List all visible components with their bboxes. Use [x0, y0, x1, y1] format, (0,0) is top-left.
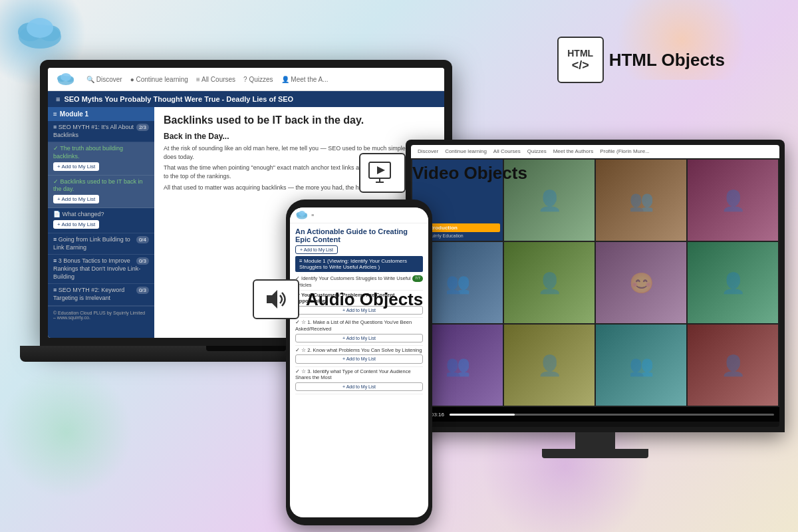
sidebar-badge-myth2: 0/3	[136, 287, 149, 294]
monitor-stand-base	[542, 449, 648, 458]
phone-screen: ≡ An Actionable Guide to Creating Epic C…	[290, 207, 428, 517]
phone-add-lesson3[interactable]: + Add to My List	[295, 354, 423, 363]
html-icon: HTML </>	[557, 37, 604, 83]
nav-courses[interactable]: ≡ All Courses	[196, 76, 235, 83]
sidebar-footer: © Education Cloud PLUS by Squirrly Limit…	[48, 306, 154, 324]
audio-objects-badge: Audio Objects	[253, 279, 423, 319]
monitor-nav-profile[interactable]: Profile (Florin Mure...	[600, 148, 650, 154]
video-cell-3[interactable]: 👥	[596, 160, 686, 241]
sidebar-item-backlinks[interactable]: ✓ Backlinks used to be IT back in the da…	[48, 176, 154, 208]
phone-body: ≡ An Actionable Guide to Creating Epic C…	[286, 200, 432, 525]
laptop-logo	[56, 72, 76, 86]
add-to-list-backlinks[interactable]: + Add to My List	[53, 195, 99, 203]
video-grid: 01. Introduction from Squirrly Education…	[411, 158, 779, 407]
video-thumb-12: 👤	[688, 325, 778, 406]
video-cell-8[interactable]: 👤	[688, 242, 778, 323]
video-thumb-6: 👤	[504, 242, 595, 323]
sidebar-module-1: ≡ Module 1	[48, 107, 154, 121]
phone-navbar: ≡	[290, 207, 428, 223]
phone-lesson-4: ✓ ☆ 3. Identify what Type of Content You…	[295, 367, 423, 395]
video-cell-6[interactable]: 👤	[504, 242, 595, 323]
sidebar-item-bonus[interactable]: 0/3 ≡ 3 Bonus Tactics to Improve Ranking…	[48, 255, 154, 284]
video-thumb-11: 👥	[596, 325, 686, 406]
laptop-course-title: ≡ SEO Myths You Probably Thought Were Tr…	[48, 91, 444, 107]
sidebar-badge: 2/3	[136, 124, 149, 131]
laptop-sidebar: ≡ Module 1 2/3 ≡ SEO MYTH #1: It's All A…	[48, 107, 154, 338]
video-progress-fill	[450, 414, 515, 416]
svg-marker-7	[377, 166, 385, 174]
video-time: 03:16	[431, 412, 444, 418]
phone-lesson-3: ✓ ☆ 2. Know what Problems You Can Solve …	[295, 346, 423, 367]
phone-add-lesson4[interactable]: + Add to My List	[295, 382, 423, 391]
cloud-logo-topleft	[13, 13, 66, 53]
video-thumb-8: 👤	[688, 242, 778, 323]
sidebar-item-changed[interactable]: 📄 What changed? + Add to My List	[48, 208, 154, 233]
sidebar-item-earning[interactable]: 0/4 ≡ Going from Link Building to Link E…	[48, 233, 154, 255]
phone-content: An Actionable Guide to Creating Epic Con…	[290, 223, 428, 515]
svg-marker-8	[267, 290, 277, 309]
video-cell-4[interactable]: 👤	[688, 160, 778, 241]
nav-authors[interactable]: 👤 Meet the A...	[281, 76, 329, 83]
html-badge-label: HTML Objects	[609, 50, 725, 70]
video-player-bar: ▶ 03:16	[411, 407, 779, 422]
phone-course-title: An Actionable Guide to Creating Epic Con…	[295, 227, 423, 243]
video-thumb-4: 👤	[688, 160, 778, 241]
video-cell-7[interactable]: 😊	[596, 242, 686, 323]
video-badge-label: Video Objects	[412, 163, 527, 184]
video-cell-11[interactable]: 👥	[596, 325, 686, 406]
phone-nav-text: ≡	[311, 213, 314, 217]
svg-point-16	[299, 211, 305, 216]
html-objects-badge: HTML </> HTML Objects	[557, 37, 725, 83]
phone-add-to-list[interactable]: + Add to My List	[295, 245, 338, 254]
nav-quizzes[interactable]: ? Quizzes	[243, 76, 273, 83]
phone: ≡ An Actionable Guide to Creating Epic C…	[286, 200, 432, 532]
nav-discover[interactable]: 🔍 Discover	[86, 76, 122, 83]
video-thumb-10: 👤	[504, 325, 595, 406]
sidebar-badge-bonus: 0/3	[136, 257, 149, 265]
main-subheading: Back in the Day...	[164, 132, 435, 141]
html-icon-brackets: </>	[572, 59, 589, 72]
video-thumb-7: 😊	[596, 242, 686, 323]
laptop-navbar: 🔍 Discover ● Continue learning ≡ All Cou…	[48, 68, 444, 91]
laptop-nav-items: 🔍 Discover ● Continue learning ≡ All Cou…	[86, 76, 329, 83]
audio-badge-label: Audio Objects	[306, 289, 423, 310]
add-to-list-changed[interactable]: + Add to My List	[53, 220, 99, 229]
sidebar-item-myth2[interactable]: 0/3 ≡ SEO MYTH #2: Keyword Targeting is …	[48, 284, 154, 305]
video-cell-10[interactable]: 👤	[504, 325, 595, 406]
nav-continue[interactable]: ● Continue learning	[130, 76, 188, 83]
sidebar-item-myth1[interactable]: 2/3 ≡ SEO MYTH #1: It's All About Backli…	[48, 121, 154, 142]
add-to-list-truth[interactable]: + Add to My List	[53, 162, 99, 171]
svg-point-3	[27, 18, 53, 38]
audio-icon	[253, 279, 299, 319]
monitor-play-icon	[368, 161, 397, 185]
phone-module-1: ≡ Module 1 (Viewing: Identify Your Custo…	[295, 256, 423, 272]
monitor-nav-authors[interactable]: Meet the Authors	[553, 148, 593, 154]
monitor-nav-quizzes[interactable]: Quizzes	[527, 148, 547, 154]
video-progress-bar[interactable]	[450, 414, 774, 416]
sidebar-badge-earning: 0/4	[136, 236, 149, 243]
phone-add-lesson2[interactable]: + Add to My List	[295, 334, 423, 342]
video-objects-badge: Video Objects	[359, 153, 527, 193]
html-icon-text: HTML	[567, 48, 593, 59]
monitor-stand-neck	[575, 432, 615, 449]
video-icon	[359, 153, 406, 193]
sidebar-item-truth[interactable]: ✓ The truth about building backlinks. + …	[48, 142, 154, 175]
main-heading: Backlinks used to be IT back in the day.	[164, 114, 435, 126]
speaker-icon	[261, 286, 291, 313]
phone-lesson-2: ✓ ☆ 1. Make a List of All the Questions …	[295, 318, 423, 346]
video-cell-12[interactable]: 👤	[688, 325, 778, 406]
video-thumb-3: 👥	[596, 160, 686, 241]
svg-point-12	[61, 73, 71, 81]
